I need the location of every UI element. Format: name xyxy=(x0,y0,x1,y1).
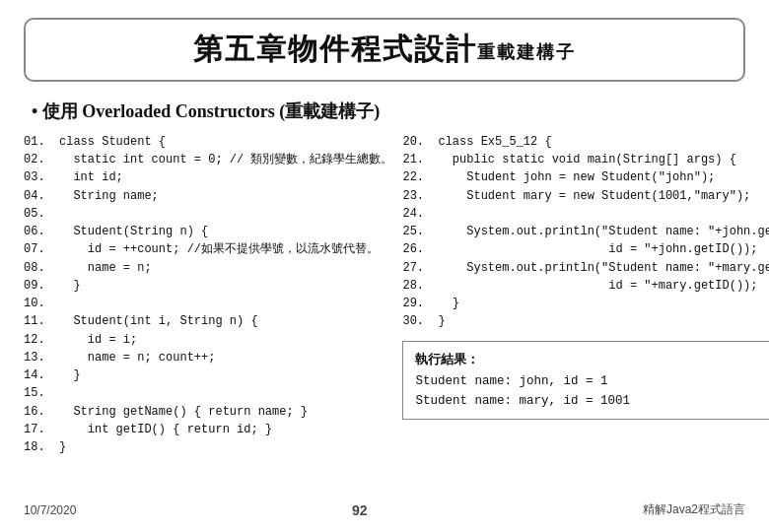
result-label: 執行結果： xyxy=(415,350,769,370)
slide: 第五章物件程式設計重載建構子 • 使用 Overloaded Construct… xyxy=(0,0,769,532)
title-box: 第五章物件程式設計重載建構子 xyxy=(24,18,745,82)
code-left: 01. class Student { 02. static int count… xyxy=(24,133,392,494)
code-right-block: 20. class Ex5_5_12 { 21. public static v… xyxy=(402,133,769,331)
code-left-block: 01. class Student { 02. static int count… xyxy=(24,133,392,456)
footer-left: 10/7/2020 xyxy=(24,503,76,517)
footer-right: 精解Java2程式語言 xyxy=(643,501,745,518)
code-right: 20. class Ex5_5_12 { 21. public static v… xyxy=(402,133,769,494)
title-sub: 重載建構子 xyxy=(477,42,576,62)
result-line: Student name: john, id = 1 xyxy=(415,371,769,391)
result-lines: Student name: john, id = 1Student name: … xyxy=(415,371,769,411)
title-text: 第五章物件程式設計重載建構子 xyxy=(193,33,576,65)
bullet-text: • 使用 Overloaded Constructors (重載建構子) xyxy=(32,100,380,123)
result-line: Student name: mary, id = 1001 xyxy=(415,391,769,411)
bullet-section: • 使用 Overloaded Constructors (重載建構子) xyxy=(24,100,745,123)
title-main: 第五章物件程式設計 xyxy=(193,33,477,65)
footer: 10/7/2020 92 精解Java2程式語言 xyxy=(24,501,745,518)
footer-center: 92 xyxy=(352,502,368,518)
result-box: 執行結果： Student name: john, id = 1Student … xyxy=(402,341,769,421)
code-area: 01. class Student { 02. static int count… xyxy=(24,133,745,494)
